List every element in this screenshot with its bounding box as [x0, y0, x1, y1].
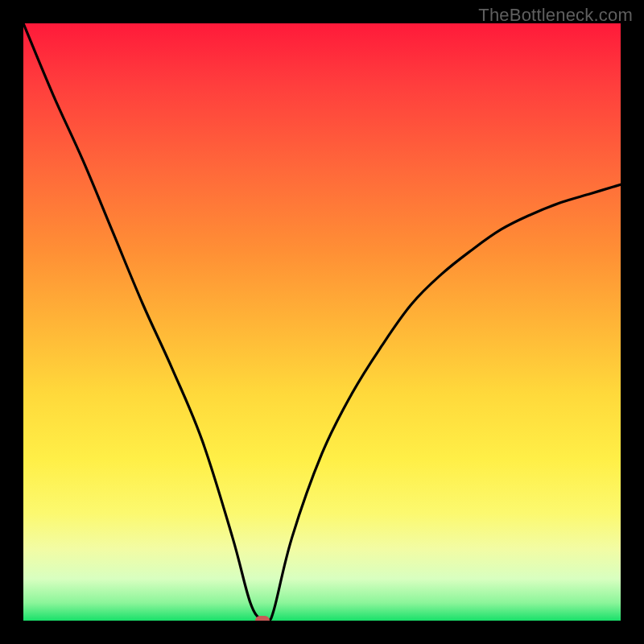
bottleneck-curve	[23, 23, 621, 621]
watermark-text: TheBottleneck.com	[478, 5, 633, 26]
plot-area	[23, 23, 621, 621]
image-frame: TheBottleneck.com	[0, 0, 644, 644]
optimal-point-marker	[255, 616, 270, 621]
